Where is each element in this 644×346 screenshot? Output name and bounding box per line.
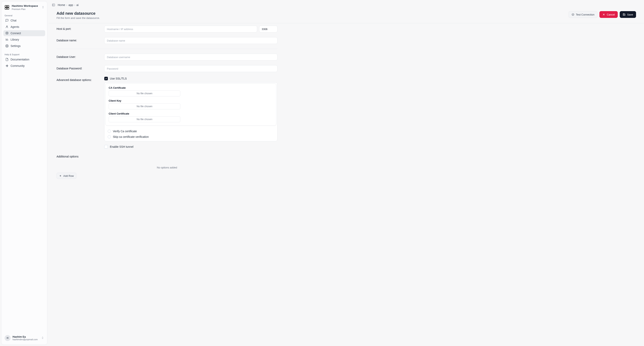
ssh-checkbox-label: Enable SSH tunnel <box>110 145 133 148</box>
button-label: Save <box>627 13 633 16</box>
chevron-right-icon: › <box>66 3 67 6</box>
sidebar: Hashims Workspace Premium Plan General C… <box>1 1 47 345</box>
svg-rect-2 <box>5 8 7 9</box>
page-header: Add new datasource Fill the form and sav… <box>48 7 644 23</box>
advanced-label: Advanced database options: <box>56 77 104 81</box>
row-advanced: Advanced database options: Use SSL/TLS C… <box>56 74 278 151</box>
sidebar-section-general: General <box>4 13 45 17</box>
skip-ca-label: Skip ca certificate verification <box>113 135 149 138</box>
sidebar-item-connect[interactable]: Connect <box>4 30 45 36</box>
dbuser-label: Database User: <box>56 54 104 58</box>
save-button[interactable]: Save <box>620 11 636 18</box>
sidebar-item-chat[interactable]: Chat <box>4 17 45 23</box>
ssh-checkbox-row: Enable SSH tunnel <box>104 145 278 149</box>
row-host: Host & port: <box>56 23 278 35</box>
breadcrumb-home[interactable]: Home <box>58 3 65 6</box>
skip-ca-radio[interactable] <box>108 135 111 138</box>
connect-icon <box>5 32 8 35</box>
svg-rect-1 <box>7 5 9 7</box>
dbname-input[interactable] <box>104 37 278 44</box>
close-icon <box>602 13 605 16</box>
sidebar-item-label: Chat <box>10 19 16 22</box>
svg-point-9 <box>572 13 574 16</box>
ssl-panel: CA Certificate No file chosen Client Key… <box>104 82 278 141</box>
plus-icon: ＋ <box>59 174 62 178</box>
page-subtitle: Fill the form and save the datasource. <box>56 16 100 19</box>
sidebar-item-agents[interactable]: Agents <box>4 24 45 30</box>
host-label: Host & port: <box>56 26 104 30</box>
cancel-button[interactable]: Cancel <box>600 11 618 18</box>
sidebar-section-help: Help & Support <box>4 52 45 56</box>
client-key-label: Client Key <box>109 99 273 102</box>
settings-icon <box>5 44 8 47</box>
breadcrumb-app[interactable]: app <box>68 3 73 6</box>
sidebar-item-label: Community <box>10 64 25 67</box>
sidebar-item-library[interactable]: Library <box>4 36 45 42</box>
ssl-radio-group: Verify Ca certificate Skip ca certificat… <box>104 126 277 141</box>
button-label: Add Row <box>63 174 74 177</box>
button-label: Cancel <box>607 13 615 16</box>
row-additional: Additional options <box>56 151 278 160</box>
user-menu[interactable]: H Hashim Ea hashimdev@yopmail.com <box>4 334 45 343</box>
workspace-switcher[interactable]: Hashims Workspace Premium Plan <box>4 3 45 13</box>
svg-point-4 <box>6 26 7 27</box>
dbuser-input[interactable] <box>104 54 278 60</box>
avatar: H <box>4 335 10 341</box>
add-row-button[interactable]: ＋ Add Row <box>56 173 76 179</box>
client-cert-label: Client Certificate <box>109 112 273 115</box>
svg-rect-3 <box>7 8 9 9</box>
ssh-checkbox[interactable] <box>104 145 108 149</box>
button-label: Test Connection <box>576 13 594 16</box>
chevrons-up-down-icon <box>41 337 44 340</box>
svg-rect-8 <box>52 4 55 6</box>
svg-rect-0 <box>5 5 7 7</box>
dbpass-input[interactable] <box>104 65 278 72</box>
topbar: Home › app › ai <box>48 0 644 7</box>
breadcrumb-ai[interactable]: ai <box>76 3 78 6</box>
library-icon <box>5 38 8 41</box>
sidebar-item-documentation[interactable]: Documentation <box>4 56 45 62</box>
chevron-right-icon: › <box>74 3 75 6</box>
host-input[interactable] <box>104 26 257 32</box>
doc-icon <box>5 58 8 61</box>
verify-ca-radio[interactable] <box>108 130 111 133</box>
community-icon <box>5 64 8 67</box>
main: Home › app › ai Add new datasource Fill … <box>48 0 644 346</box>
sidebar-item-label: Library <box>10 38 19 41</box>
workspace-plan: Premium Plan <box>12 8 38 10</box>
ca-cert-file-input[interactable]: No file chosen <box>109 90 180 96</box>
dbpass-label: Database Password: <box>56 65 104 70</box>
chevrons-up-down-icon <box>42 6 44 9</box>
dashed-divider <box>56 49 278 49</box>
breadcrumb: Home › app › ai <box>58 3 78 6</box>
sidebar-item-label: Agents <box>10 25 19 28</box>
workspace-name: Hashims Workspace <box>12 4 38 7</box>
port-input[interactable] <box>259 26 278 32</box>
chat-icon <box>5 19 8 22</box>
sidebar-item-community[interactable]: Community <box>4 63 45 69</box>
sidebar-toggle-button[interactable] <box>51 2 56 7</box>
svg-point-6 <box>6 45 7 46</box>
sidebar-item-label: Documentation <box>10 58 29 61</box>
ssl-checkbox-row: Use SSL/TLS <box>104 77 278 80</box>
client-key-file-input[interactable]: No file chosen <box>109 103 180 109</box>
row-dbpass: Database Password: <box>56 63 278 74</box>
dbname-label: Database name: <box>56 37 104 42</box>
sidebar-item-settings[interactable]: Settings <box>4 43 45 49</box>
form-scroll[interactable]: Host & port: Database name: Database Use… <box>48 23 644 346</box>
sidebar-item-label: Connect <box>10 32 21 35</box>
ssl-checkbox-label: Use SSL/TLS <box>110 77 127 80</box>
sidebar-nav-general: Chat Agents Connect Library Settings <box>4 17 45 49</box>
agents-icon <box>5 25 8 28</box>
save-icon <box>623 13 626 16</box>
row-dbuser: Database User: <box>56 51 278 63</box>
sidebar-nav-help: Documentation Community <box>4 56 45 69</box>
test-connection-button[interactable]: Test Connection <box>568 11 598 18</box>
workspace-logo-icon <box>4 4 10 10</box>
client-cert-file-input[interactable]: No file chosen <box>109 116 180 122</box>
ssl-checkbox[interactable] <box>104 77 108 80</box>
ca-cert-label: CA Certificate <box>109 86 273 89</box>
svg-point-5 <box>6 32 8 33</box>
no-options-text: No options added <box>56 160 278 173</box>
user-name: Hashim Ea <box>12 336 38 338</box>
